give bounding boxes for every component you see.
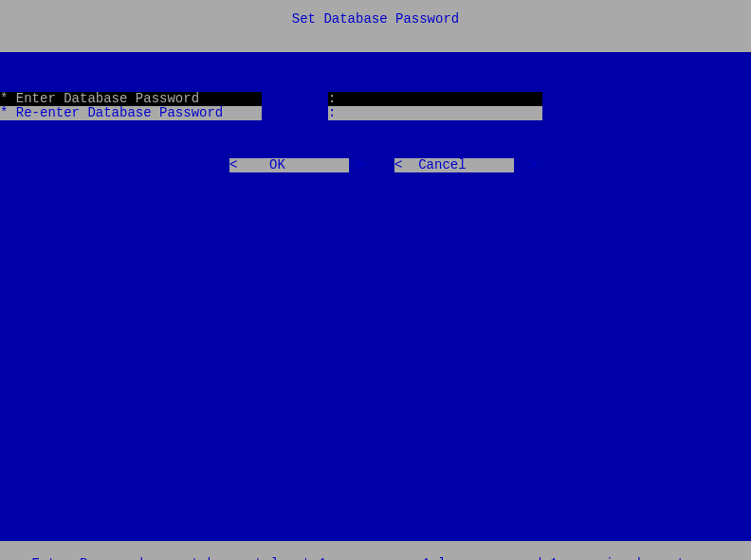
reenter-password-input[interactable] (336, 106, 542, 120)
status-text: Enter Password - must have at least 1 up… (32, 556, 702, 560)
ok-button[interactable]: < OK > (229, 158, 349, 172)
enter-password-label: * Enter Database Password (0, 92, 262, 106)
button-gap (349, 158, 394, 172)
status-bar: Enter Password - must have at least 1 up… (0, 541, 751, 560)
colon: : (328, 106, 336, 120)
terminal-window: Set Database Password * Enter Database P… (0, 0, 751, 560)
enter-password-input[interactable] (336, 92, 542, 106)
dialog-title: Set Database Password (292, 11, 459, 27)
gap (262, 106, 328, 120)
button-row: < OK > < Cancel > (0, 158, 751, 172)
title-bar: Set Database Password (0, 0, 751, 52)
reenter-password-row: * Re-enter Database Password : (0, 106, 751, 120)
enter-password-row: * Enter Database Password : (0, 92, 751, 106)
spacer (0, 158, 229, 172)
form-section: * Enter Database Password : * Re-enter D… (0, 92, 751, 120)
cancel-button[interactable]: < Cancel > (394, 158, 514, 172)
main-area: * Enter Database Password : * Re-enter D… (0, 52, 751, 541)
colon: : (328, 92, 336, 106)
gap (262, 92, 328, 106)
reenter-password-label: * Re-enter Database Password (0, 106, 262, 120)
